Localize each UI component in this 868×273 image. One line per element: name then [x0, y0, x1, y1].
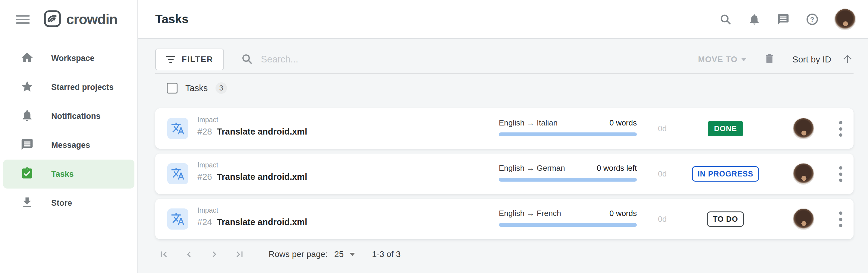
task-language-pair: English → German [499, 164, 565, 173]
task-project: Impact [197, 116, 307, 124]
sidebar-item-label: Workspace [51, 54, 95, 63]
sidebar-item-notifications[interactable]: Notifications [3, 102, 134, 131]
task-title-line: #28 Translate android.xml [197, 127, 307, 137]
svg-text:?: ? [810, 16, 814, 23]
row-menu-kebab-icon[interactable] [834, 166, 847, 183]
crowdin-logo[interactable]: crowdin [43, 10, 117, 29]
filter-button-label: FILTER [182, 55, 213, 64]
task-id: #24 [197, 217, 212, 227]
hamburger-menu-icon[interactable] [16, 13, 30, 26]
task-due: 0d [658, 169, 667, 179]
progress-bar [499, 223, 637, 227]
chat-icon[interactable] [776, 12, 790, 26]
sidebar-item-messages[interactable]: Messages [3, 131, 134, 160]
crowdin-logo-icon [43, 10, 61, 29]
task-project: Impact [197, 206, 307, 215]
sidebar-item-tasks[interactable]: Tasks [3, 160, 134, 189]
status-badge: DONE [708, 121, 743, 136]
last-page-button[interactable] [231, 246, 248, 263]
bell-icon [21, 109, 34, 124]
row-menu-kebab-icon[interactable] [834, 211, 847, 228]
content-area: FILTER MOVE TO Sort by ID [138, 38, 868, 273]
search-input[interactable] [261, 54, 472, 65]
sidebar-item-label: Messages [51, 141, 90, 150]
sort-by-id-button[interactable]: Sort by ID [792, 55, 831, 64]
next-page-button[interactable] [206, 246, 223, 263]
task-row[interactable]: Impact #26 Translate android.xml English… [155, 154, 854, 194]
search-icon [241, 53, 253, 66]
user-avatar[interactable] [834, 8, 856, 30]
status-badge: TO DO [707, 212, 744, 227]
task-title-line: #24 Translate android.xml [197, 217, 307, 227]
move-to-button[interactable]: MOVE TO [698, 55, 747, 64]
first-page-button[interactable] [155, 246, 172, 263]
translate-task-icon [167, 209, 188, 229]
task-name: Translate android.xml [217, 172, 307, 182]
chevron-down-icon [741, 58, 747, 61]
assignee-avatar [793, 118, 814, 139]
chevron-down-icon [350, 253, 355, 256]
progress-bar [499, 132, 637, 136]
download-icon [21, 196, 34, 210]
sort-direction-arrow-up-icon[interactable] [841, 53, 854, 66]
toolbar-divider [155, 73, 854, 74]
task-status-wrap: DONE [689, 108, 762, 149]
sidebar-item-starred-projects[interactable]: Starred projects [3, 73, 134, 102]
sidebar-item-label: Tasks [51, 169, 74, 179]
translate-task-icon [167, 118, 188, 139]
sidebar-item-label: Starred projects [51, 83, 114, 92]
delete-button[interactable] [764, 53, 775, 66]
tasks-clipboard-icon [21, 167, 34, 181]
status-badge: IN PROGRESS [692, 166, 759, 182]
task-name: Translate android.xml [217, 127, 307, 136]
rows-per-page-select[interactable]: 25 [334, 249, 355, 259]
sort-control: Sort by ID [792, 53, 854, 66]
rows-per-page-value: 25 [334, 249, 344, 259]
rows-per-page-label: Rows per page: [269, 249, 328, 259]
task-row[interactable]: Impact #28 Translate android.xml English… [155, 108, 854, 149]
filter-icon [166, 54, 175, 65]
message-icon [21, 138, 34, 152]
task-due: 0d [658, 124, 667, 133]
sidebar-item-store[interactable]: Store [3, 189, 134, 218]
previous-page-button[interactable] [181, 246, 197, 263]
sidebar: crowdin Workspace Starred projects Notif… [0, 0, 138, 273]
sidebar-item-workspace[interactable]: Workspace [3, 44, 134, 73]
sidebar-nav: Workspace Starred projects Notifications… [0, 38, 137, 218]
filter-button[interactable]: FILTER [155, 49, 224, 70]
task-title-line: #26 Translate android.xml [197, 172, 307, 182]
progress-bar [499, 178, 637, 182]
tasks-count-badge: 3 [216, 82, 227, 94]
star-icon [21, 80, 34, 94]
search-icon[interactable] [718, 12, 733, 26]
select-all-checkbox[interactable] [167, 83, 178, 93]
translate-task-icon [167, 163, 188, 184]
task-row[interactable]: Impact #24 Translate android.xml English… [155, 199, 854, 239]
task-status-wrap: IN PROGRESS [689, 154, 762, 194]
assignee-avatar [793, 208, 814, 230]
task-name: Translate android.xml [217, 217, 307, 227]
task-progress-block: English → German 0 words left [499, 164, 637, 182]
toolbar-right: MOVE TO Sort by ID [698, 53, 854, 66]
sidebar-logo-row: crowdin [0, 0, 137, 38]
task-words-count: 0 words [610, 118, 637, 128]
move-to-label: MOVE TO [698, 55, 738, 64]
help-icon[interactable]: ? [805, 12, 819, 26]
task-id: #28 [197, 127, 212, 136]
row-menu-kebab-icon[interactable] [834, 120, 847, 137]
sidebar-item-label: Notifications [51, 112, 101, 121]
main-area: Tasks ? FILTER [138, 0, 868, 273]
task-id: #26 [197, 172, 212, 182]
task-progress-block: English → French 0 words [499, 209, 637, 227]
task-status-wrap: TO DO [689, 199, 762, 239]
select-all-row: Tasks 3 [155, 81, 854, 95]
sidebar-item-label: Store [51, 198, 72, 208]
notifications-bell-icon[interactable] [747, 12, 761, 26]
task-language-pair: English → Italian [499, 118, 558, 128]
top-header: Tasks ? [138, 0, 868, 38]
task-due: 0d [658, 215, 667, 224]
pagination: Rows per page: 25 1-3 of 3 [155, 245, 854, 263]
assignee-avatar [793, 163, 814, 185]
task-project: Impact [197, 161, 307, 169]
task-progress-block: English → Italian 0 words [499, 118, 637, 136]
